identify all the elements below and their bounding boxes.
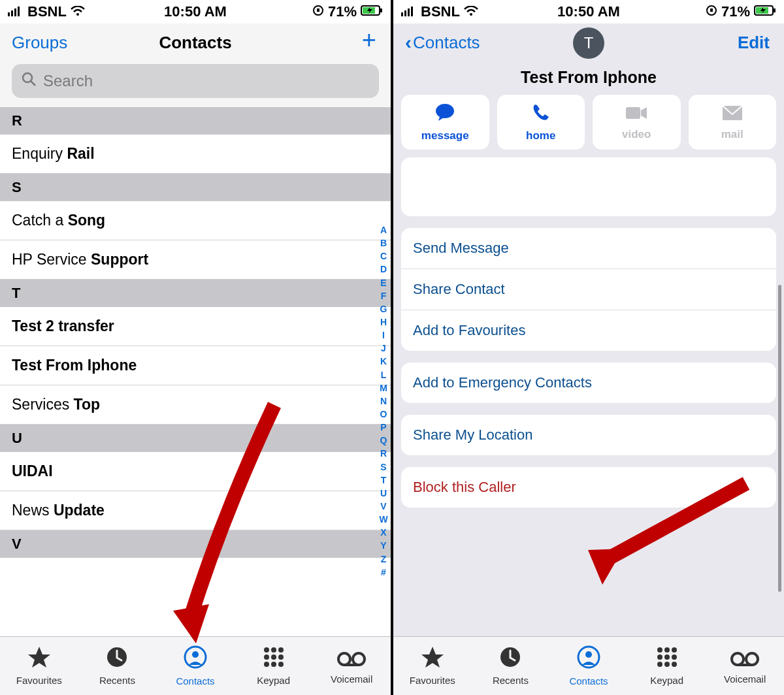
message-icon: [434, 103, 455, 127]
svg-rect-29: [404, 10, 406, 16]
clock-icon: [106, 646, 128, 673]
back-label: Contacts: [413, 33, 480, 53]
contact-row[interactable]: News Update: [0, 491, 391, 530]
voicemail-icon: [730, 648, 759, 672]
svg-point-52: [664, 662, 670, 667]
battery-percent: 71%: [328, 3, 357, 20]
scrollbar[interactable]: [778, 285, 781, 592]
add-to-emergency-contacts-row[interactable]: Add to Emergency Contacts: [401, 363, 776, 403]
keypad-icon: [263, 646, 285, 673]
signal-icon: [8, 3, 24, 20]
contacts-list[interactable]: REnquiry RailSCatch a SongHP Service Sup…: [0, 107, 391, 636]
clock-icon: [499, 646, 521, 673]
contact-icon: [184, 645, 207, 674]
tab-voicemail[interactable]: Voicemail: [312, 637, 391, 695]
share-my-location-row[interactable]: Share My Location: [401, 415, 776, 455]
svg-point-53: [672, 662, 677, 667]
svg-rect-3: [18, 7, 20, 16]
svg-rect-1: [11, 10, 13, 16]
svg-point-18: [278, 647, 284, 653]
rotation-lock-icon: [706, 3, 717, 20]
section-header: U: [0, 425, 391, 452]
svg-point-15: [192, 651, 199, 658]
status-bar: BSNL 10:50 AM 71%: [0, 0, 391, 24]
tab-recents[interactable]: Recents: [472, 637, 550, 695]
svg-point-38: [436, 104, 454, 118]
share-contact-row[interactable]: Share Contact: [401, 269, 776, 310]
tab-recents[interactable]: Recents: [78, 637, 157, 695]
status-time: 10:50 AM: [557, 3, 620, 20]
contact-row[interactable]: HP Service Support: [0, 240, 391, 280]
avatar[interactable]: T: [573, 27, 604, 59]
svg-point-47: [672, 647, 677, 653]
battery-percent: 71%: [721, 3, 750, 20]
svg-point-24: [278, 662, 284, 667]
status-time: 10:50 AM: [164, 3, 227, 20]
contact-row[interactable]: Test 2 transfer: [0, 307, 391, 346]
contact-row[interactable]: UIDAI: [0, 452, 391, 491]
svg-point-51: [657, 662, 662, 667]
keypad-icon: [656, 646, 678, 673]
message-button[interactable]: message: [401, 95, 489, 150]
svg-rect-2: [14, 8, 16, 16]
svg-rect-8: [380, 8, 382, 12]
tab-favourites[interactable]: Favourites: [393, 637, 472, 695]
svg-point-50: [672, 655, 677, 660]
contact-row[interactable]: Test From Iphone: [0, 346, 391, 385]
svg-point-32: [470, 13, 472, 16]
star-icon: [27, 646, 51, 673]
svg-point-17: [271, 647, 276, 653]
nav-bar: Groups Contacts +: [0, 24, 391, 61]
svg-rect-0: [8, 12, 10, 16]
star-icon: [421, 646, 444, 673]
wifi-icon: [71, 3, 85, 20]
svg-point-55: [746, 653, 758, 665]
svg-point-22: [264, 662, 269, 667]
contact-row[interactable]: Catch a Song: [0, 201, 391, 240]
add-contact-button[interactable]: +: [362, 26, 376, 54]
search-input[interactable]: Search: [12, 64, 379, 98]
svg-point-19: [264, 655, 269, 660]
tab-voicemail[interactable]: Voicemail: [706, 637, 784, 695]
add-to-favourites-row[interactable]: Add to Favourites: [401, 310, 776, 351]
section-header: R: [0, 107, 391, 135]
tab-keypad[interactable]: Keypad: [628, 637, 706, 695]
svg-rect-34: [710, 8, 713, 12]
contact-name: Test From Iphone: [393, 61, 784, 95]
card: Send MessageShare ContactAdd to Favourit…: [401, 228, 776, 351]
svg-line-11: [31, 81, 35, 86]
svg-rect-36: [774, 8, 776, 12]
video-icon: [625, 103, 647, 125]
page-title: Contacts: [159, 33, 231, 53]
edit-button[interactable]: Edit: [738, 33, 770, 53]
phone-icon: [531, 103, 551, 127]
contact-row[interactable]: Enquiry Rail: [0, 135, 391, 174]
svg-point-10: [23, 73, 32, 82]
svg-point-26: [353, 653, 365, 665]
svg-point-21: [278, 655, 284, 660]
svg-point-45: [657, 647, 662, 653]
svg-point-25: [338, 653, 350, 665]
tab-favourites[interactable]: Favourites: [0, 637, 78, 695]
mail-icon: [722, 103, 743, 125]
tab-keypad[interactable]: Keypad: [235, 637, 313, 695]
home-button[interactable]: home: [497, 95, 585, 150]
svg-point-4: [76, 13, 79, 16]
groups-button[interactable]: Groups: [12, 33, 67, 53]
alphabet-index[interactable]: ABCDEFGHIJKLMNOPQRSTUVWXYZ#: [378, 225, 389, 577]
tab-contacts[interactable]: Contacts: [549, 637, 628, 695]
block-this-caller-row[interactable]: Block this Caller: [401, 467, 776, 508]
send-message-row[interactable]: Send Message: [401, 228, 776, 269]
contact-row[interactable]: Services Top: [0, 385, 391, 425]
svg-point-20: [271, 655, 276, 660]
tab-contacts[interactable]: Contacts: [156, 637, 235, 695]
carrier-label: BSNL: [27, 3, 67, 20]
back-button[interactable]: ‹ Contacts: [405, 31, 480, 54]
signal-icon: [401, 3, 417, 20]
notes-card[interactable]: [401, 157, 776, 216]
video-button: video: [593, 95, 681, 150]
screen-contacts-list: BSNL 10:50 AM 71% Groups Contacts + Sear…: [0, 0, 391, 695]
section-header: S: [0, 174, 391, 201]
svg-point-49: [664, 655, 670, 660]
card: Share My Location: [401, 415, 776, 455]
